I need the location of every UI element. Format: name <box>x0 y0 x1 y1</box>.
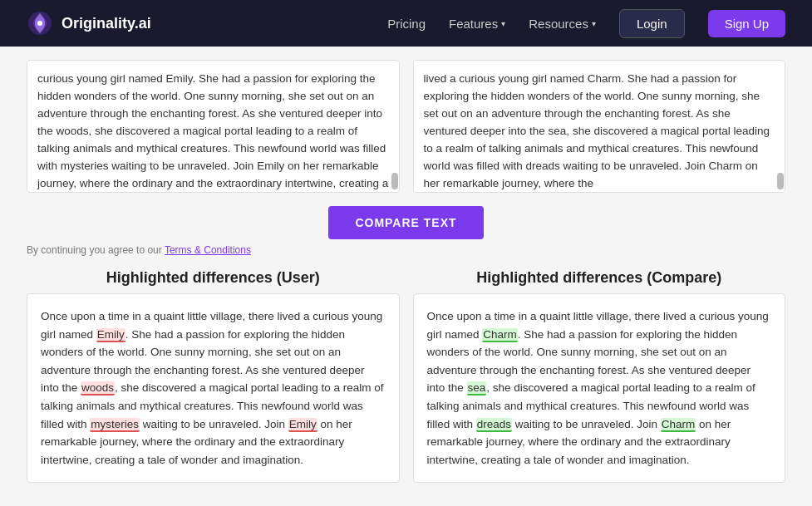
compare-button[interactable]: COMPARE TEXT <box>328 206 483 239</box>
main-content: COMPARE TEXT By continuing you agree to … <box>0 47 812 503</box>
highlight-green: Charm <box>482 328 518 342</box>
highlight-red: Emily <box>288 418 317 432</box>
textareas-row <box>27 60 785 196</box>
nav-features[interactable]: Features ▾ <box>449 17 505 31</box>
left-scroll-indicator <box>391 173 398 189</box>
left-textarea[interactable] <box>27 60 400 193</box>
right-scroll-indicator <box>777 173 784 189</box>
left-textarea-wrapper <box>27 60 400 196</box>
svg-point-2 <box>37 21 42 26</box>
highlight-green: Charm <box>661 418 696 432</box>
nav-links: Pricing Features ▾ Resources ▾ Login Sig… <box>387 9 785 38</box>
highlight-red: mysteries <box>90 418 140 432</box>
terms-text: By continuing you agree to our <box>27 244 162 256</box>
diff-left-panel: Once upon a time in a quaint little vill… <box>27 293 400 483</box>
terms-link[interactable]: Terms & Conditions <box>165 244 251 256</box>
logo-text: Originality.ai <box>62 15 151 32</box>
signup-button[interactable]: Sign Up <box>708 10 785 37</box>
highlight-green: dreads <box>476 418 512 432</box>
diff-right-panel: Once upon a time in a quaint little vill… <box>413 293 786 483</box>
navbar: Originality.ai Pricing Features ▾ Resour… <box>0 0 812 47</box>
highlight-red: Emily <box>96 328 125 342</box>
compare-row: COMPARE TEXT <box>27 206 785 239</box>
nav-pricing[interactable]: Pricing <box>387 17 426 31</box>
right-textarea[interactable] <box>413 60 786 193</box>
features-chevron-icon: ▾ <box>501 19 505 28</box>
terms-row: By continuing you agree to our Terms & C… <box>27 244 785 256</box>
login-button[interactable]: Login <box>619 9 685 38</box>
diff-titles-row: Highlighted differences (User) Highlight… <box>27 269 785 287</box>
diff-row: Once upon a time in a quaint little vill… <box>27 293 785 483</box>
highlight-green: sea <box>467 381 487 395</box>
highlight-red: woods <box>81 381 115 395</box>
logo[interactable]: Originality.ai <box>27 10 151 37</box>
resources-chevron-icon: ▾ <box>592 19 596 28</box>
diff-left-title: Highlighted differences (User) <box>27 269 400 287</box>
diff-right-title: Highlighted differences (Compare) <box>413 269 786 287</box>
right-textarea-wrapper <box>413 60 786 196</box>
nav-resources[interactable]: Resources ▾ <box>529 17 596 31</box>
